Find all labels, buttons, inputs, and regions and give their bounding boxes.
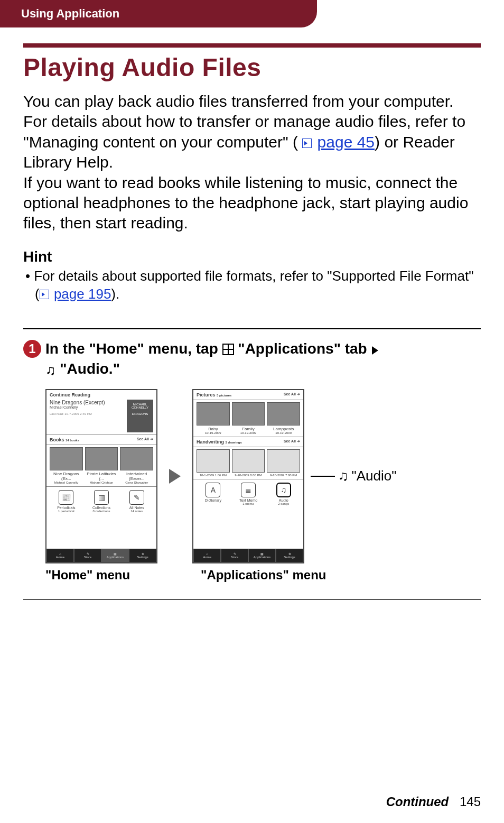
page-ref-icon <box>40 290 49 299</box>
section-header: Using Application <box>0 0 317 27</box>
page-45-link[interactable]: page 45 <box>318 133 375 151</box>
book-cover-thumb: MICHAELCONNELLYDRAGONS <box>127 400 153 432</box>
text-memo-icon: ≣ <box>241 483 256 497</box>
memo-label: Text Memo <box>232 498 265 502</box>
pic-2-date: 10-19-2009 <box>232 431 265 434</box>
memo-sub: 1 memo <box>232 502 265 505</box>
hint-text-b: ). <box>111 286 119 302</box>
pic-thumb <box>232 402 265 426</box>
notes-sub: 14 notes <box>120 510 153 513</box>
step-part1: In the "Home" menu, tap <box>45 340 222 357</box>
pic-2: Family <box>232 427 265 431</box>
page-number: 145 <box>460 794 481 809</box>
nav-store: ✎Store <box>221 549 248 562</box>
book-thumb <box>85 447 118 470</box>
notes-label: All Notes <box>120 506 153 510</box>
page-title: Playing Audio Files <box>23 53 481 82</box>
handwriting-count: 3 drawings <box>226 441 242 444</box>
see-all: See All ➜ <box>284 439 300 445</box>
callout-label: "Audio" <box>352 468 397 484</box>
flow-arrow-icon <box>169 469 181 484</box>
drawing-3-date: 9-30-2009 7:30 PM <box>267 474 300 477</box>
periodicals-icon: 📰 <box>59 490 73 505</box>
book-3-author: Gena Showalter <box>120 481 153 484</box>
pic-thumb <box>267 402 300 426</box>
collections-label: Collections <box>85 506 118 510</box>
books-count: 14 books <box>66 439 79 442</box>
step-instruction: In the "Home" menu, tap "Applications" t… <box>45 339 379 380</box>
hint-bullet: • For details about supported file forma… <box>23 267 481 303</box>
nav-applications: ▦Applications <box>248 549 276 562</box>
caption-apps: "Applications" menu <box>201 568 326 582</box>
collections-icon: ▥ <box>94 490 109 505</box>
pictures-count: 3 pictures <box>217 394 231 397</box>
book-2-author: Michael Crichton <box>85 481 118 484</box>
step-1: 1 In the "Home" menu, tap "Applications"… <box>23 339 481 380</box>
dictionary-label: Dictionary <box>197 498 230 502</box>
pic-thumb <box>197 402 230 426</box>
screenshots-row: Continue Reading Nine Dragons (Excerpt) … <box>45 389 481 563</box>
notes-icon: ✎ <box>129 490 144 505</box>
section-title: Using Application <box>21 7 119 21</box>
home-menu-screenshot: Continue Reading Nine Dragons (Excerpt) … <box>45 389 157 563</box>
audio-app-icon: ♫ <box>276 483 291 497</box>
page-195-link[interactable]: page 195 <box>54 286 111 302</box>
intro-text-2: If you want to read books while listenin… <box>23 174 468 232</box>
bottom-nav: ⌂Home ✎Store ▦Applications ⚙Settings <box>193 549 303 562</box>
nav-store: ✎Store <box>74 549 101 562</box>
callout-line <box>311 476 335 477</box>
bottom-nav: ⌂Home ✎Store ▦Applications ⚙Settings <box>46 549 156 562</box>
continue-reading-label: Continue Reading <box>50 392 90 397</box>
nav-home: ⌂Home <box>193 549 221 562</box>
audio-sub: 2 songs <box>267 502 300 505</box>
screenshot-captions: "Home" menu "Applications" menu <box>45 568 481 582</box>
book-thumb <box>120 447 153 470</box>
book-2-title: Pirate Latitudes (... <box>85 471 118 481</box>
see-all: See All ➜ <box>284 392 300 397</box>
step-number-badge: 1 <box>23 340 41 358</box>
book-title: Nine Dragons (Excerpt) <box>50 400 125 405</box>
step-part3: "Audio." <box>60 360 120 377</box>
nav-home: ⌂Home <box>46 549 74 562</box>
see-all: See All ➜ <box>137 437 153 442</box>
page-ref-icon <box>302 138 312 148</box>
book-author: Michael Connelly <box>50 405 125 409</box>
intro-paragraph: You can play back audio files transferre… <box>23 91 481 234</box>
pic-1-date: 10-19-2009 <box>197 431 230 434</box>
pic-3: Lampposts <box>267 427 300 431</box>
continued-label: Continued <box>386 794 449 809</box>
arrow-right-icon <box>372 346 378 355</box>
nav-settings: ⚙Settings <box>129 549 156 562</box>
applications-grid-icon <box>222 344 234 355</box>
book-3-title: Intertwined (Excer... <box>120 471 153 481</box>
periodicals-label: Periodicals <box>50 506 83 510</box>
book-1-author: Michael Connelly <box>50 481 83 484</box>
separator <box>23 328 481 329</box>
books-label: Books <box>50 437 64 442</box>
drawing-2-date: 9-30-2009 8:00 PM <box>232 474 265 477</box>
periodicals-sub: 1 periodical <box>50 510 83 513</box>
handwriting-label: Handwriting <box>197 439 224 445</box>
page-content: Playing Audio Files You can play back au… <box>0 27 504 582</box>
pictures-label: Pictures <box>197 392 216 397</box>
drawing-thumb <box>267 449 300 473</box>
nav-applications: ▦Applications <box>101 549 129 562</box>
book-thumb <box>50 447 83 470</box>
music-note-icon: ♫ <box>338 468 349 484</box>
music-note-icon: ♫ <box>45 361 56 380</box>
book-1-title: Nine Dragons (Ex... <box>50 471 83 481</box>
title-rule <box>23 43 481 48</box>
step-part2: "Applications" tab <box>238 340 371 357</box>
drawing-1-date: 10-1-2009 1:06 PM <box>197 474 230 477</box>
pic-1: Baby <box>197 427 230 431</box>
audio-callout: ♫ "Audio" <box>311 468 396 484</box>
applications-menu-screenshot: Pictures 3 pictures See All ➜ Baby10-19-… <box>192 389 304 563</box>
bottom-separator <box>23 599 481 600</box>
pic-3-date: 10-19-2009 <box>267 431 300 434</box>
drawing-thumb <box>232 449 265 473</box>
drawing-thumb <box>197 449 230 473</box>
nav-settings: ⚙Settings <box>276 549 303 562</box>
collections-sub: 0 collections <box>85 510 118 513</box>
dictionary-icon: A <box>206 483 220 497</box>
caption-home: "Home" menu <box>45 568 169 582</box>
